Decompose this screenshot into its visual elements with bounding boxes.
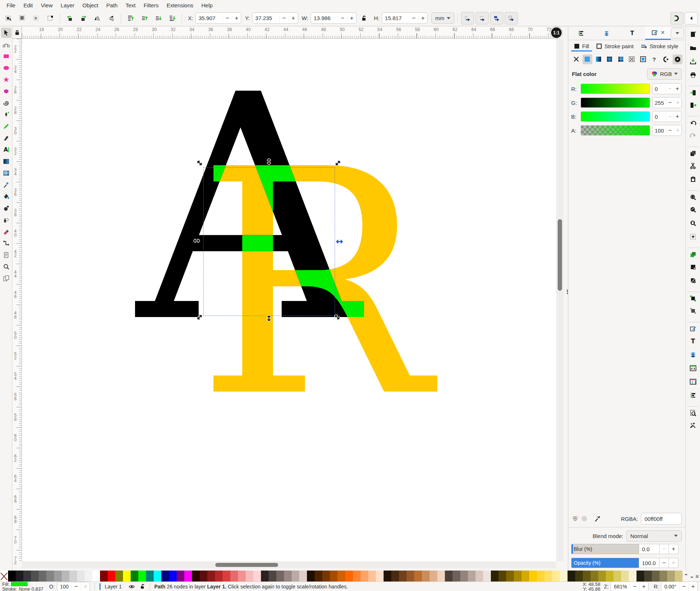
palette-swatch[interactable] <box>330 571 338 582</box>
select-all-layers-button[interactable] <box>16 12 29 24</box>
palette-swatch[interactable] <box>491 571 499 582</box>
affect-gradient-toggle[interactable] <box>490 12 503 24</box>
palette-swatch[interactable] <box>16 571 23 582</box>
select-all-button[interactable] <box>2 12 15 24</box>
palette-swatch[interactable] <box>368 571 376 582</box>
object-opacity-spinner[interactable]: 100−+ <box>57 582 90 591</box>
palette-swatch[interactable] <box>284 571 292 582</box>
red-spinner[interactable]: 0−+ <box>652 83 681 94</box>
x-value[interactable]: 35.907 <box>196 15 223 21</box>
close-dialog-icon[interactable]: ✕ <box>661 30 665 35</box>
gradient-tool[interactable] <box>1 156 11 167</box>
palette-swatch[interactable] <box>575 571 583 582</box>
y-spinner[interactable]: 37.235−+ <box>252 12 298 24</box>
print-button[interactable] <box>687 69 699 81</box>
palette-swatch[interactable] <box>560 571 568 582</box>
zoom-spinner[interactable]: 681%−+ <box>611 582 649 591</box>
eraser-tool[interactable] <box>1 226 11 237</box>
document-save-button[interactable] <box>687 56 699 67</box>
palette-swatch[interactable] <box>422 571 430 582</box>
palette-swatch[interactable] <box>108 571 115 582</box>
alpha-spinner[interactable]: 100−+ <box>652 125 682 136</box>
select-touch-button[interactable] <box>44 12 57 24</box>
tweak-tool[interactable] <box>1 203 11 213</box>
palette-swatch[interactable] <box>169 571 177 582</box>
zoom-1-1-badge[interactable]: 1:1 <box>550 27 562 39</box>
paint-radial-gradient-button[interactable] <box>605 54 615 64</box>
preferences-button[interactable] <box>687 420 699 431</box>
palette-swatch[interactable] <box>131 571 138 582</box>
palette-swatch[interactable] <box>77 571 85 582</box>
paste-button[interactable] <box>687 174 699 185</box>
rotation-spinner[interactable]: 0.00°−+ <box>661 582 698 591</box>
vertical-scrollbar[interactable] <box>556 39 564 561</box>
palette-swatch[interactable] <box>644 571 652 582</box>
palette-swatch[interactable] <box>123 571 131 582</box>
palette-none-swatch[interactable] <box>0 571 8 582</box>
w-value[interactable]: 13.986 <box>311 15 338 21</box>
opacity-value[interactable]: 100.0 <box>639 558 659 568</box>
green-spinner[interactable]: 255−+ <box>652 97 682 108</box>
tab-align-distribute[interactable] <box>568 26 594 40</box>
palette-swatch[interactable] <box>476 571 483 582</box>
tab-stroke-style[interactable]: Stroke style <box>638 42 681 52</box>
palette-swatch[interactable] <box>192 571 200 582</box>
palette-swatch[interactable] <box>69 571 77 582</box>
menu-path[interactable]: Path <box>103 1 121 9</box>
rgba-input[interactable]: 00ff00ff <box>641 513 682 525</box>
selection-handle-n[interactable]: ↕ <box>266 158 272 166</box>
palette-swatch[interactable] <box>598 571 606 582</box>
ungroup-button[interactable] <box>687 305 699 317</box>
eyedropper-icon[interactable] <box>594 515 601 522</box>
y-decrement[interactable]: − <box>280 15 289 22</box>
group-button[interactable] <box>687 291 699 303</box>
align-dialog-button[interactable] <box>687 389 699 401</box>
palette-swatch[interactable] <box>614 571 621 582</box>
horizontal-scrollbar[interactable] <box>22 561 556 568</box>
menu-filters[interactable]: Filters <box>140 1 162 9</box>
blur-increment[interactable]: + <box>669 544 678 554</box>
rotate-cw-button[interactable] <box>77 12 90 24</box>
opacity-increment[interactable]: + <box>669 558 678 568</box>
w-spinner[interactable]: 13.986−+ <box>311 12 357 24</box>
canvas[interactable]: A R A R ↔ ↕ ↔ ↔ ↔ ↔ ↕ ↔ <box>22 39 556 561</box>
bucket-tool[interactable] <box>1 191 11 202</box>
find-replace-button[interactable] <box>687 406 699 418</box>
palette-swatch[interactable] <box>499 571 506 582</box>
fill-rule-nonzero-button[interactable] <box>661 54 672 64</box>
current-layer-name[interactable]: Layer 1 <box>105 584 122 590</box>
palette-swatch[interactable] <box>200 571 207 582</box>
lower-to-bottom-button[interactable] <box>166 12 179 24</box>
flip-horizontal-button[interactable] <box>91 12 104 24</box>
calligraphy-tool[interactable] <box>1 133 11 143</box>
green-slider[interactable] <box>581 98 650 108</box>
palette-scroll-up-icon[interactable]: ⌃ <box>684 573 689 579</box>
palette-swatch[interactable] <box>292 571 299 582</box>
palette-swatch[interactable] <box>299 571 307 582</box>
palette-swatch[interactable] <box>46 571 54 582</box>
fill-stroke-dialog-button[interactable] <box>687 322 699 333</box>
palette-swatch[interactable] <box>583 571 591 582</box>
ruler-vertical[interactable]: 2224262830323436384042444648505254565860… <box>12 39 22 561</box>
palette-swatch[interactable] <box>652 571 659 582</box>
palette-swatch[interactable] <box>230 571 238 582</box>
paint-swatch-button[interactable] <box>638 54 648 64</box>
palette-swatch[interactable] <box>353 571 361 582</box>
menu-extensions[interactable]: Extensions <box>163 1 197 9</box>
object-properties-button[interactable]: { } <box>687 376 699 388</box>
page-tool[interactable] <box>1 250 11 260</box>
cut-button[interactable] <box>687 160 699 172</box>
pencil-tool[interactable] <box>1 121 11 131</box>
palette-swatch[interactable] <box>322 571 330 582</box>
snap-bar-collapse-button[interactable] <box>685 12 698 24</box>
blue-spinner[interactable]: 0−+ <box>652 111 681 122</box>
rectangle-tool[interactable] <box>1 51 11 61</box>
horizontal-scrollbar-thumb[interactable] <box>215 563 278 567</box>
tab-stroke-paint[interactable]: Stroke paint <box>593 42 636 52</box>
palette-swatch[interactable] <box>537 571 545 582</box>
blue-slider[interactable] <box>581 111 650 122</box>
palette-swatch[interactable] <box>246 571 253 582</box>
palette-swatch[interactable] <box>399 571 407 582</box>
pages-tool[interactable] <box>1 273 11 283</box>
palette-swatch[interactable] <box>154 571 161 582</box>
